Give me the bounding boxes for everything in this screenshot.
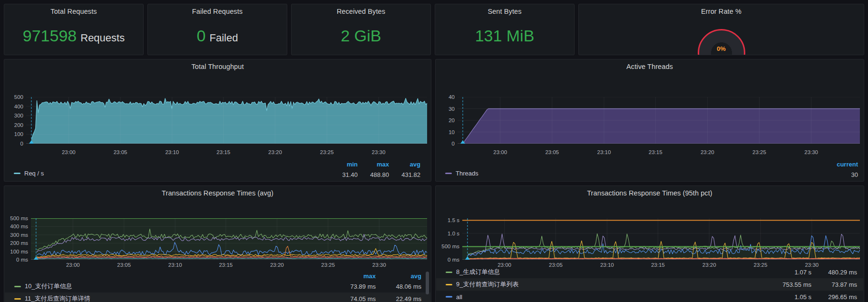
legend-row-11[interactable]: 11_支付后查询订单详情 74.05 ms 22.49 ms [5,292,430,302]
series-color-dash [446,272,452,273]
legend-values: 31.40 488.80 431.82 [326,171,420,178]
panel-title[interactable]: Failed Requests [148,8,287,15]
panel-title[interactable]: Active Threads [436,63,864,70]
threads-plot-area[interactable] [458,97,860,144]
rt-95-plot-area[interactable] [462,218,860,260]
throughput-plot-area[interactable] [26,97,427,144]
y-axis: 5004003002001000 [4,97,23,144]
legend-values: 30 [824,171,858,178]
stat-panel-total-requests: Total Requests 971598Requests [4,4,144,55]
series-color-dash [14,298,21,300]
legend-item-threads[interactable]: Threads [445,170,478,177]
chart-panel-active-threads: Active Threads 403020100 23:0023:0523:10… [435,59,864,182]
legend-row-9[interactable]: 9_支付前查询订单列表 753.55 ms 73.87 ms [436,278,863,291]
series-color-dash [14,173,20,174]
stat-panel-failed-requests: Failed Requests 0Failed [147,4,287,55]
gauge-panel-error-rate: Error Rate % 0% [578,4,864,55]
panel-title[interactable]: Transactions Response Times (avg) [4,189,431,197]
legend-header: current [824,161,858,168]
stat-value-received-bytes: 2 GiB [341,28,381,44]
y-axis: 403020100 [436,97,455,144]
gauge-value: 0% [699,45,744,52]
panel-title[interactable]: Total Throughput [4,63,431,70]
panel-title[interactable]: Transactions Response Times (95th pct) [436,189,864,197]
chart-panel-response-times-avg: Transactions Response Times (avg) 500 ms… [4,185,431,302]
x-axis: 23:0023:0523:1023:1523:2023:2523:30 [436,149,864,157]
stat-value-failed-requests: 0Failed [197,28,238,44]
legend-header: max avg [330,273,421,280]
grafana-dashboard: Total Requests 971598Requests Failed Req… [0,0,868,302]
legend-scrollbar[interactable] [426,272,429,294]
chart-panel-total-throughput: Total Throughput 5004003002001000 23:002… [4,59,431,182]
error-rate-gauge: 0% [698,29,745,55]
legend-row-10[interactable]: 10_支付订单信息 73.89 ms 48.06 ms [5,280,430,292]
panel-title[interactable]: Sent Bytes [435,8,574,15]
legend-row-8[interactable]: 8_生成订单信息 1.07 s 480.29 ms [436,266,863,278]
stat-value-total-requests: 971598Requests [23,28,125,44]
panel-title[interactable]: Error Rate % [579,8,864,15]
y-axis: 500 ms400 ms300 ms200 ms100 ms0 ms [4,218,28,260]
legend-header: min max avg [326,161,420,168]
legend-row-all[interactable]: all 1.05 s 296.65 ms [436,291,863,302]
series-color-dash [445,173,452,174]
stat-panel-received-bytes: Received Bytes 2 GiB [291,4,431,55]
stat-value-sent-bytes: 131 MiB [475,28,535,44]
series-color-dash [446,296,452,298]
x-axis: 23:0023:0523:1023:1523:2023:2523:30 [4,262,431,270]
legend-item-reqs[interactable]: Req / s [14,170,44,177]
series-color-dash [14,286,21,287]
y-axis: 1.5 s1.0 s500 ms0 ms [436,218,459,260]
series-color-dash [446,284,452,285]
chart-panel-response-times-95pct: Transactions Response Times (95th pct) 1… [435,185,864,302]
x-axis: 23:0023:0523:1023:1523:2023:2523:30 [4,149,431,157]
rt-avg-plot-area[interactable] [31,218,427,260]
panel-title[interactable]: Total Requests [4,8,143,15]
panel-title[interactable]: Received Bytes [292,8,430,15]
stat-panel-sent-bytes: Sent Bytes 131 MiB [435,4,575,55]
